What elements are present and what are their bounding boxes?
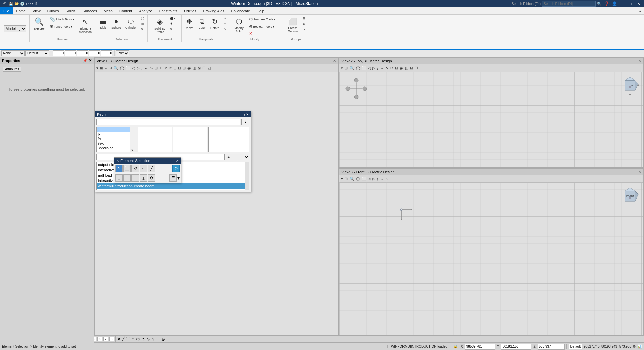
menu-help[interactable]: Help: [253, 7, 268, 14]
vt1-tool24[interactable]: ◰: [207, 65, 211, 71]
bt-draw4[interactable]: ○: [132, 337, 135, 342]
vt3-tool6[interactable]: ◁: [367, 176, 371, 181]
view2-max-btn[interactable]: □: [635, 59, 637, 63]
modify-solid-button[interactable]: ⬡ ModifySolid: [232, 16, 246, 34]
rotate-button[interactable]: ↻ Rotate: [209, 16, 221, 31]
more-selection-btn3[interactable]: ⊕: [139, 26, 146, 31]
bt-draw2[interactable]: ╱: [122, 337, 125, 342]
keyin-list1[interactable]: ! $ % %% 3ppdialog: [96, 127, 130, 152]
vt1-tool22[interactable]: ⊠: [197, 65, 201, 71]
bt-draw3[interactable]: ⌒: [126, 336, 130, 342]
bt-draw5[interactable]: ⚙: [136, 337, 140, 342]
keyin-dropdown-btn[interactable]: ▾: [241, 119, 249, 125]
view3-min-btn[interactable]: ─: [632, 170, 634, 174]
attributes-tab[interactable]: Attributes: [3, 67, 21, 72]
menu-drawing-aids[interactable]: Drawing Aids: [200, 7, 228, 14]
coord4-input[interactable]: [89, 50, 100, 56]
menu-surfaces[interactable]: Surfaces: [79, 7, 100, 14]
vt1-tool11[interactable]: ↔: [144, 66, 149, 71]
vt3-tool9[interactable]: ↔: [380, 177, 385, 181]
view2-close-btn[interactable]: ✕: [638, 59, 641, 63]
bt-draw8[interactable]: ∩: [151, 337, 154, 342]
keyin-item-dblpct[interactable]: %%: [97, 141, 130, 146]
keyin-titlebar[interactable]: Key-in ? ✕: [95, 111, 251, 117]
boolean-tools-button[interactable]: ⊕ Boolean Tools ▾: [247, 23, 277, 30]
vt2-tool16[interactable]: ☐: [414, 65, 419, 71]
qa-new[interactable]: 💾: [9, 2, 13, 6]
menu-curves[interactable]: Curves: [44, 7, 62, 14]
explorer-button[interactable]: 🔍 Explorer: [32, 16, 47, 32]
vt1-tool13[interactable]: ⊞: [154, 65, 158, 71]
keyin-results-scrollbar[interactable]: [245, 162, 249, 190]
es-min-btn[interactable]: ─: [173, 159, 175, 163]
help-icon[interactable]: ❓: [604, 1, 609, 6]
menu-solids[interactable]: Solids: [62, 7, 79, 14]
groups-expand[interactable]: ↘: [301, 26, 307, 31]
menu-utilities[interactable]: Utilities: [181, 7, 199, 14]
keyin-close-btn[interactable]: ✕: [246, 113, 249, 116]
es-all-btn[interactable]: ⊞: [115, 174, 123, 182]
manip-btn3[interactable]: ⤡: [222, 26, 228, 31]
vt2-tool6[interactable]: ◁: [367, 65, 371, 71]
menu-collaborate[interactable]: Collaborate: [228, 7, 253, 14]
status-y-input[interactable]: [501, 344, 531, 350]
vt1-tool14[interactable]: ✦: [159, 65, 163, 71]
view3-canvas[interactable]: FRONT: [339, 183, 643, 342]
vt2-tool7[interactable]: ▷: [372, 65, 376, 71]
menu-constraints[interactable]: Constraints: [156, 7, 181, 14]
place-btn2[interactable]: ✱: [168, 21, 177, 26]
vt2-tool5[interactable]: ⬜: [361, 65, 367, 71]
vt1-tool16[interactable]: ⟳: [168, 65, 172, 71]
groups-btn2[interactable]: ⊟: [301, 21, 307, 26]
keyin-item-3ppdialog[interactable]: 3ppdialog: [97, 146, 130, 150]
view2-nav-cube[interactable]: TOP: [620, 75, 640, 95]
vt1-tool7[interactable]: ⬜: [125, 65, 131, 71]
menu-content[interactable]: Content: [116, 7, 136, 14]
close-button[interactable]: ✕: [636, 1, 641, 6]
bt-draw6[interactable]: ↺: [141, 337, 145, 342]
vt1-tool18[interactable]: ⊟: [177, 65, 182, 71]
coord2-input[interactable]: [65, 50, 76, 56]
vt2-tool9[interactable]: ↔: [380, 66, 385, 71]
solid-by-profile-button[interactable]: ◈ Solid ByProfile: [152, 16, 167, 35]
menu-home[interactable]: Home: [13, 7, 29, 14]
vt1-tool6[interactable]: ◯: [119, 65, 125, 71]
keyin-result-5[interactable]: winformuiintroduction create beam: [97, 183, 249, 189]
vt1-tool12[interactable]: ⤡: [149, 65, 154, 71]
more-selection-btn2[interactable]: ◫: [139, 21, 146, 26]
prim-select[interactable]: Prim: [116, 50, 129, 56]
ribbon-collapse-btn[interactable]: ▲: [636, 9, 644, 13]
coord3-input[interactable]: [77, 50, 88, 56]
user-icon[interactable]: 👤: [612, 1, 617, 6]
vt3-tool8[interactable]: ↕: [376, 177, 379, 181]
es-close-btn[interactable]: ✕: [176, 159, 179, 163]
view2-canvas[interactable]: TOP: [339, 72, 643, 167]
qa-undo[interactable]: ↩: [26, 2, 29, 6]
vt2-tool3[interactable]: 🔍: [349, 65, 355, 71]
vt2-tool2[interactable]: ⊞: [344, 65, 348, 71]
copy-button[interactable]: ⧉ Copy: [196, 16, 208, 31]
more-selection-btn1[interactable]: ◯: [139, 16, 146, 21]
bt-snap1[interactable]: ⊕: [161, 337, 165, 342]
search-ribbon-input[interactable]: [542, 1, 596, 7]
view3-max-btn[interactable]: □: [635, 170, 637, 174]
menu-mesh[interactable]: Mesh: [100, 7, 116, 14]
slab-button[interactable]: ▬ Slab: [97, 16, 109, 31]
vt3-tool5[interactable]: ⬜: [361, 176, 367, 181]
bt-draw9[interactable]: ⌶: [156, 337, 158, 342]
view1-max-btn[interactable]: □: [330, 59, 332, 63]
vt2-tool15[interactable]: ⊠: [409, 65, 414, 71]
vt3-tool7[interactable]: ▷: [372, 176, 376, 181]
vt1-tool19[interactable]: ⊞: [182, 65, 186, 71]
place-btn1[interactable]: ⬤▾: [168, 16, 177, 21]
es-invert-btn[interactable]: ◫: [140, 174, 147, 182]
vt1-tool17[interactable]: ⊡: [173, 65, 177, 71]
vt3-tool3[interactable]: 🔍: [349, 176, 355, 181]
qa-print[interactable]: 🖨: [34, 2, 38, 6]
vt2-tool8[interactable]: ↕: [376, 66, 379, 71]
qa-redo[interactable]: ↪: [30, 2, 33, 6]
vt3-tool4[interactable]: ◯: [355, 176, 361, 181]
cylinder-button[interactable]: ⬭ Cylinder: [124, 16, 138, 31]
keyin-list4[interactable]: [208, 127, 249, 152]
status-x-input[interactable]: [465, 344, 495, 350]
